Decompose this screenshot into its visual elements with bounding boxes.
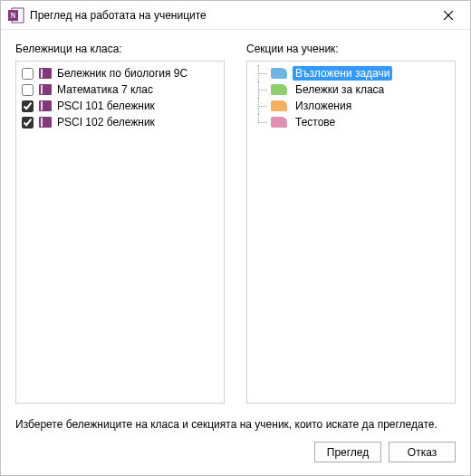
notebook-label: PSCI 101 бележник bbox=[57, 100, 155, 112]
tree-branch-icon bbox=[253, 98, 269, 114]
sections-label: Секции на ученик: bbox=[246, 43, 456, 55]
notebook-label: Математика 7 клас bbox=[57, 83, 153, 96]
cancel-button[interactable]: Отказ bbox=[389, 442, 456, 462]
notebook-item[interactable]: PSCI 102 бележник bbox=[16, 114, 224, 130]
sections-listbox[interactable]: Възложени задачи Бележки за класа Изложе… bbox=[246, 61, 456, 404]
svg-text:N: N bbox=[11, 12, 16, 20]
tree-branch-icon bbox=[253, 81, 269, 98]
section-tab-icon bbox=[271, 68, 287, 79]
dialog-footer: Изберете бележниците на класа и секцията… bbox=[1, 409, 470, 475]
notebook-checkbox[interactable] bbox=[22, 84, 34, 96]
titlebar: N Преглед на работата на учениците bbox=[1, 1, 470, 30]
tree-branch-icon bbox=[253, 114, 269, 130]
notebook-label: PSCI 102 бележник bbox=[57, 116, 155, 129]
notebook-checkbox[interactable] bbox=[22, 100, 34, 112]
notebooks-label: Бележници на класа: bbox=[15, 43, 225, 55]
section-label: Възложени задачи bbox=[293, 66, 392, 81]
notebook-item[interactable]: Математика 7 клас bbox=[16, 81, 224, 98]
onenote-icon: N bbox=[8, 7, 24, 24]
sections-column: Секции на ученик: Възложени задачи Бележ… bbox=[246, 43, 456, 404]
section-item[interactable]: Възложени задачи bbox=[247, 65, 455, 81]
footer-hint: Изберете бележниците на класа и секцията… bbox=[15, 418, 456, 431]
tree-branch-icon bbox=[253, 65, 269, 81]
notebook-item[interactable]: PSCI 101 бележник bbox=[16, 98, 224, 114]
notebook-label: Бележник по биология 9C bbox=[57, 67, 187, 80]
window-title: Преглед на работата на учениците bbox=[30, 9, 430, 22]
section-item[interactable]: Тестове bbox=[247, 114, 455, 130]
section-label: Изложения bbox=[293, 99, 354, 113]
notebook-item[interactable]: Бележник по биология 9C bbox=[16, 65, 224, 81]
notebook-icon bbox=[39, 100, 52, 111]
notebook-checkbox[interactable] bbox=[22, 117, 34, 129]
section-item[interactable]: Изложения bbox=[247, 98, 455, 114]
section-tab-icon bbox=[271, 100, 287, 111]
footer-buttons: Преглед Отказ bbox=[15, 442, 456, 462]
dialog-content: Бележници на класа: Бележник по биология… bbox=[1, 30, 470, 409]
notebook-checkbox[interactable] bbox=[22, 68, 34, 80]
notebook-icon bbox=[39, 68, 52, 79]
close-button[interactable] bbox=[430, 3, 466, 28]
notebook-icon bbox=[39, 84, 52, 95]
section-label: Бележки за класа bbox=[293, 82, 387, 97]
notebook-icon bbox=[39, 117, 52, 128]
section-tab-icon bbox=[271, 117, 287, 128]
section-item[interactable]: Бележки за класа bbox=[247, 81, 455, 98]
notebooks-column: Бележници на класа: Бележник по биология… bbox=[15, 43, 225, 404]
section-tab-icon bbox=[271, 84, 287, 95]
notebooks-listbox[interactable]: Бележник по биология 9C Математика 7 кла… bbox=[15, 61, 225, 404]
section-label: Тестове bbox=[293, 115, 338, 129]
review-button[interactable]: Преглед bbox=[314, 442, 381, 462]
